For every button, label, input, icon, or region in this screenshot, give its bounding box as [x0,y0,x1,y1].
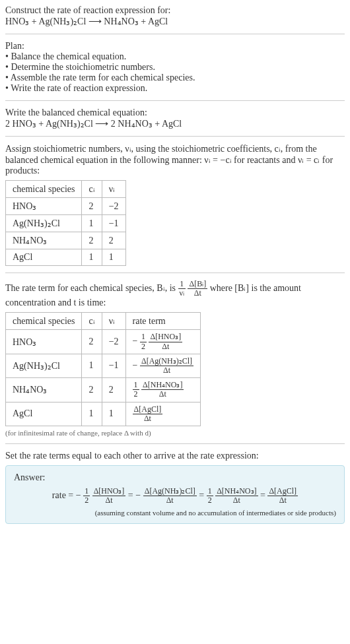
stoich-intro: Assign stoichiometric numbers, νᵢ, using… [5,143,345,176]
rateterm-intro: The rate term for each chemical species,… [5,280,345,308]
sign: − [135,490,141,500]
cell-c: 1 [82,354,102,377]
plan-section: Plan: • Balance the chemical equation. •… [5,41,345,94]
frac-num: Δ[Bᵢ] [188,280,207,289]
cell-c: 2 [82,198,102,215]
rate-prefix: rate = [52,490,76,500]
col-vi: νᵢ [102,181,125,198]
final-title: Set the rate terms equal to each other t… [5,451,345,461]
delta-frac: Δ[HNO₃] Δt [149,333,182,350]
cell-species: HNO₃ [6,198,82,215]
coef-frac: 1 2 [140,333,147,350]
frac-num: Δ[HNO₃] [92,487,126,496]
rateterm-table: chemical species cᵢ νᵢ rate term HNO₃ 2 … [5,312,201,426]
frac-num: Δ[NH₄NO₃] [215,487,258,496]
col-ci: cᵢ [82,181,102,198]
table-row: NH₄NO₃ 2 2 1 2 Δ[NH₄NO₃] Δt [6,378,201,402]
divider [5,100,345,101]
delta-frac: Δ[Ag(NH₃)₂Cl] Δt [140,357,193,375]
frac-den: 2 [207,496,213,505]
frac-den: Δt [141,390,184,399]
delta-frac: Δ[Ag(NH₃)₂Cl] Δt [143,487,197,505]
table-row: HNO₃ 2 −2 [6,198,126,215]
cell-species: AgCl [6,249,82,266]
table-row: NH₄NO₃ 2 2 [6,232,126,249]
frac-num: 1 [207,487,213,496]
cell-c: 2 [82,330,102,354]
divider [5,136,345,137]
col-species: chemical species [6,181,82,198]
cell-v: −2 [102,198,125,215]
cell-species: Ag(NH₃)₂Cl [6,215,82,232]
table-row: Ag(NH₃)₂Cl 1 −1 − Δ[Ag(NH₃)₂Cl] Δt [6,354,201,377]
cell-species: NH₄NO₃ [6,232,82,249]
fraction-one-over-nu: 1 νᵢ [178,280,186,298]
rateterm-note: (for infinitesimal rate of change, repla… [5,429,345,437]
frac-den: Δt [92,496,126,505]
frac-num: Δ[HNO₃] [149,333,182,342]
fraction-dBi-dt: Δ[Bᵢ] Δt [188,280,207,298]
frac-num: 1 [178,280,186,289]
rateterm-intro-a: The rate term for each chemical species,… [5,283,178,293]
frac-num: Δ[NH₄NO₃] [141,381,184,390]
frac-den: Δt [133,414,163,423]
frac-den: Δt [215,496,258,505]
stoich-table: chemical species cᵢ νᵢ HNO₃ 2 −2 Ag(NH₃)… [5,180,126,266]
frac-den: Δt [267,496,298,505]
plan-item: • Determine the stoichiometric numbers. [5,62,345,73]
frac-den: 2 [140,342,147,351]
delta-frac: Δ[NH₄NO₃] Δt [215,487,258,505]
cell-c: 1 [82,402,102,426]
sign: − [133,360,138,370]
frac-den: νᵢ [178,289,186,298]
cell-rate: Δ[AgCl] Δt [125,402,200,426]
cell-c: 2 [82,378,102,402]
cell-v: −2 [102,330,125,354]
divider [5,443,345,444]
cell-c: 1 [82,249,102,266]
frac-den: Δt [149,342,182,351]
balanced-title: Write the balanced chemical equation: [5,108,345,118]
cell-v: 1 [102,402,125,426]
frac-num: Δ[AgCl] [133,405,163,414]
frac-num: 1 [140,333,147,342]
answer-note: (assuming constant volume and no accumul… [14,509,336,517]
delta-frac: Δ[HNO₃] Δt [92,487,126,505]
rate-expression: rate = − 1 2 Δ[HNO₃] Δt = − Δ[Ag(NH₃)₂Cl… [14,487,336,505]
col-species: chemical species [6,313,82,330]
cell-v: −1 [102,215,125,232]
sign: − [133,336,138,346]
delta-frac: Δ[AgCl] Δt [133,405,163,423]
frac-den: Δt [140,366,193,375]
frac-den: Δt [143,496,197,505]
cell-species: HNO₃ [6,330,82,354]
table-row: AgCl 1 1 [6,249,126,266]
plan-item: • Balance the chemical equation. [5,51,345,62]
answer-label: Answer: [14,472,336,483]
page-title: Construct the rate of reaction expressio… [5,5,345,16]
rateterm-section: The rate term for each chemical species,… [5,280,345,437]
cell-rate: 1 2 Δ[NH₄NO₃] Δt [125,378,200,402]
cell-rate: − 1 2 Δ[HNO₃] Δt [125,330,200,354]
frac-num: 1 [83,487,90,496]
frac-num: Δ[Ag(NH₃)₂Cl] [140,357,193,366]
cell-v: 1 [102,249,125,266]
divider [5,34,345,34]
delta-frac: Δ[AgCl] Δt [267,487,298,505]
cell-v: 2 [102,378,125,402]
cell-species: NH₄NO₃ [6,378,82,402]
final-section: Set the rate terms equal to each other t… [5,451,345,524]
plan-item: • Write the rate of reaction expression. [5,83,345,94]
table-header-row: chemical species cᵢ νᵢ rate term [6,313,201,330]
divider [5,273,345,273]
plan-item: • Assemble the rate term for each chemic… [5,73,345,83]
table-row: Ag(NH₃)₂Cl 1 −1 [6,215,126,232]
col-ci: cᵢ [82,313,102,330]
frac-num: Δ[Ag(NH₃)₂Cl] [143,487,197,496]
cell-rate: − Δ[Ag(NH₃)₂Cl] Δt [125,354,200,377]
cell-v: −1 [102,354,125,377]
delta-frac: Δ[NH₄NO₃] Δt [141,381,184,399]
cell-c: 2 [82,232,102,249]
table-row: AgCl 1 1 Δ[AgCl] Δt [6,402,201,426]
col-vi: νᵢ [102,313,125,330]
